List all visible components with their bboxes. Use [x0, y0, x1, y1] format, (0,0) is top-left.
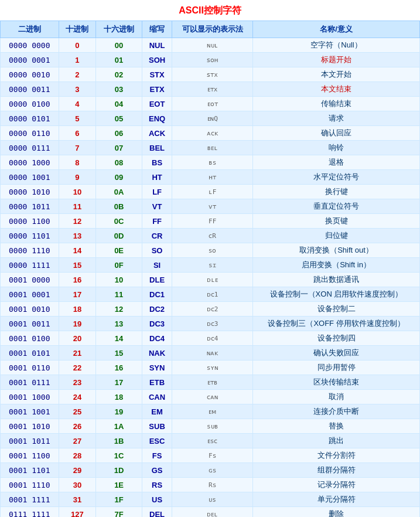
table-row: 0001 01002014DC4ᴅᴄ4设备控制四: [1, 331, 420, 346]
cell-meaning: 删除: [253, 507, 420, 518]
table-row: 0001 1110301ERSRs记录分隔符: [1, 478, 420, 492]
cell-display: ᴅᴄ3: [172, 317, 253, 331]
cell-display: ᴅᴇʟ: [172, 507, 253, 518]
cell-display: ᴇsᴄ: [172, 434, 253, 448]
cell-meaning: 响铃: [253, 141, 420, 155]
cell-binary: 0000 0000: [1, 38, 59, 53]
cell-display: ᴀᴄᴋ: [172, 126, 253, 141]
table-header: 二进制 十进制 十六进制 缩写 可以显示的表示法 名称/意义: [1, 21, 420, 38]
cell-hex: 01: [96, 53, 142, 67]
cell-decimal: 13: [59, 229, 96, 243]
table-row: 0000 0010202STXꜱᴛx本文开始: [1, 67, 420, 82]
cell-binary: 0001 0011: [1, 317, 59, 331]
cell-binary: 0001 0010: [1, 302, 59, 317]
cell-meaning: 设备控制二: [253, 302, 420, 317]
cell-display: ᴅᴄ1: [172, 287, 253, 302]
cell-decimal: 31: [59, 492, 96, 507]
cell-abbr: CAN: [142, 390, 172, 404]
cell-meaning: 换页键: [253, 214, 420, 229]
table-row: 0000 1111150FSIsɪ启用变换（Shift in）: [1, 258, 420, 273]
cell-meaning: 单元分隔符: [253, 492, 420, 507]
cell-meaning: 区块传输结束: [253, 375, 420, 390]
cell-binary: 0000 0001: [1, 53, 59, 67]
cell-binary: 0111 1111: [1, 507, 59, 518]
cell-display: ʟF: [172, 185, 253, 199]
cell-abbr: EOT: [142, 97, 172, 111]
table-row: 0000 0011303ETXᴇᴛx本文结束: [1, 82, 420, 97]
cell-hex: 1D: [96, 463, 142, 478]
cell-abbr: FS: [142, 448, 172, 463]
cell-abbr: CR: [142, 229, 172, 243]
cell-hex: 7F: [96, 507, 142, 518]
cell-meaning: 确认回应: [253, 126, 420, 141]
cell-abbr: ENQ: [142, 111, 172, 126]
cell-hex: 19: [96, 404, 142, 419]
cell-hex: 12: [96, 302, 142, 317]
page-title: ASCII控制字符: [0, 0, 420, 21]
table-row: 0000 1101130DCRᴄR归位键: [1, 229, 420, 243]
cell-hex: 1F: [96, 492, 142, 507]
cell-binary: 0001 0110: [1, 360, 59, 375]
cell-abbr: ETB: [142, 375, 172, 390]
cell-meaning: 确认失败回应: [253, 346, 420, 360]
cell-meaning: 本文结束: [253, 82, 420, 97]
cell-hex: 06: [96, 126, 142, 141]
cell-binary: 0001 1101: [1, 463, 59, 478]
cell-decimal: 10: [59, 185, 96, 199]
cell-hex: 14: [96, 331, 142, 346]
cell-decimal: 15: [59, 258, 96, 273]
cell-display: FF: [172, 214, 253, 229]
header-row: 二进制 十进制 十六进制 缩写 可以显示的表示法 名称/意义: [1, 21, 420, 38]
cell-meaning: 替换: [253, 419, 420, 434]
cell-display: sʏɴ: [172, 360, 253, 375]
cell-abbr: SYN: [142, 360, 172, 375]
cell-hex: 09: [96, 170, 142, 185]
cell-decimal: 30: [59, 478, 96, 492]
cell-meaning: 换行键: [253, 185, 420, 199]
cell-abbr: EM: [142, 404, 172, 419]
cell-decimal: 0: [59, 38, 96, 53]
table-row: 0001 00111913DC3ᴅᴄ3设备控制三（XOFF 停用软件速度控制）: [1, 317, 420, 331]
col-binary: 二进制: [1, 21, 59, 38]
cell-display: ᴇɴQ: [172, 111, 253, 126]
cell-meaning: 文件分割符: [253, 448, 420, 463]
cell-abbr: STX: [142, 67, 172, 82]
cell-decimal: 7: [59, 141, 96, 155]
cell-binary: 0000 1011: [1, 199, 59, 214]
cell-abbr: US: [142, 492, 172, 507]
cell-display: ꜱᴛx: [172, 67, 253, 82]
cell-meaning: 传输结束: [253, 97, 420, 111]
cell-binary: 0001 0001: [1, 287, 59, 302]
cell-binary: 0000 1001: [1, 170, 59, 185]
cell-meaning: 本文开始: [253, 67, 420, 82]
cell-binary: 0001 1111: [1, 492, 59, 507]
table-row: 0111 11111277FDELᴅᴇʟ删除: [1, 507, 420, 518]
cell-hex: 0B: [96, 199, 142, 214]
table-row: 0001 00001610DLEᴅʟᴇ跳出数据通讯: [1, 273, 420, 287]
cell-display: ᴅᴄ2: [172, 302, 253, 317]
cell-display: ʙs: [172, 155, 253, 170]
cell-display: ɢs: [172, 463, 253, 478]
cell-display: Fs: [172, 448, 253, 463]
cell-abbr: ESC: [142, 434, 172, 448]
cell-binary: 0000 1110: [1, 243, 59, 258]
cell-decimal: 18: [59, 302, 96, 317]
cell-abbr: ACK: [142, 126, 172, 141]
cell-display: ᴠᴛ: [172, 199, 253, 214]
cell-display: ᴇᴏᴛ: [172, 97, 253, 111]
table-row: 0001 1010261ASUBsᴜʙ替换: [1, 419, 420, 434]
cell-decimal: 16: [59, 273, 96, 287]
cell-hex: 03: [96, 82, 142, 97]
table-row: 0001 1101291DGSɢs组群分隔符: [1, 463, 420, 478]
cell-binary: 0000 0100: [1, 97, 59, 111]
table-row: 0000 0110606ACKᴀᴄᴋ确认回应: [1, 126, 420, 141]
cell-display: sᴏ: [172, 243, 253, 258]
cell-abbr: SUB: [142, 419, 172, 434]
cell-hex: 16: [96, 360, 142, 375]
cell-meaning: 归位键: [253, 229, 420, 243]
cell-decimal: 3: [59, 82, 96, 97]
cell-decimal: 22: [59, 360, 96, 375]
table-row: 0000 0100404EOTᴇᴏᴛ传输结束: [1, 97, 420, 111]
cell-abbr: DC2: [142, 302, 172, 317]
cell-decimal: 11: [59, 199, 96, 214]
